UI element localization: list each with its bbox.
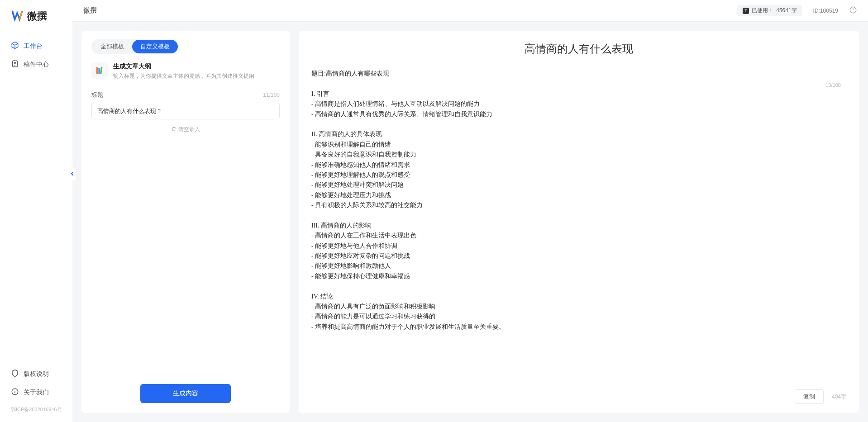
output-body[interactable]: 题目:高情商的人有哪些表现 I. 引言 - 高情商是指人们处理情绪、与他人互动以… — [311, 69, 846, 332]
clear-input-button[interactable]: 清空录入 — [91, 126, 280, 133]
trash-icon — [171, 126, 176, 133]
nav-label: 关于我们 — [24, 389, 49, 397]
nav-label: 工作台 — [24, 42, 43, 50]
shield-icon — [11, 369, 19, 379]
template-title: 生成文章大纲 — [113, 62, 254, 71]
template-desc: 输入标题，为你提供文章主体的灵感，并为其创建推文提纲 — [113, 72, 254, 80]
nav-main: 工作台 稿件中心 — [0, 37, 72, 365]
main: 微撰 T 已使用： 45641字 ID:100519 全部模板 自定义模板 — [72, 0, 868, 422]
svg-rect-3 — [96, 67, 98, 74]
icp-text: 鄂ICP备2022016946号 — [0, 406, 72, 413]
topbar: 微撰 T 已使用： 45641字 ID:100519 — [72, 0, 868, 22]
nav-bottom: 版权说明 关于我们 — [0, 365, 72, 406]
sidebar-collapse-toggle[interactable] — [69, 167, 76, 181]
usage-value: 45641字 — [776, 7, 796, 14]
tab-all-templates[interactable]: 全部模板 — [92, 40, 132, 53]
generate-button[interactable]: 生成内容 — [140, 384, 231, 403]
user-id: ID:100519 — [813, 8, 838, 14]
nav-item-drafts[interactable]: 稿件中心 — [0, 55, 72, 74]
text-icon: T — [743, 8, 749, 14]
svg-rect-5 — [100, 67, 103, 74]
field-label: 标题 — [91, 91, 103, 99]
copy-button[interactable]: 复制 — [795, 389, 824, 404]
nav-item-copyright[interactable]: 版权说明 — [0, 365, 72, 383]
template-card: 生成文章大纲 输入标题，为你提供文章主体的灵感，并为其创建推文提纲 — [91, 62, 280, 80]
page-title: 微撰 — [83, 6, 97, 15]
sidebar: 微撰 工作台 稿件中心 版权说明 关于我们 鄂ICP备2022016946号 — [0, 0, 72, 422]
char-count: 11/100 — [263, 92, 280, 98]
logo: 微撰 — [0, 9, 72, 37]
info-icon — [11, 388, 19, 397]
word-count: 404字 — [832, 393, 846, 401]
input-panel: 全部模板 自定义模板 生成文章大纲 输入标题，为你提供文章主体的灵感，并为其创建… — [81, 31, 290, 413]
logo-text: 微撰 — [27, 9, 47, 23]
nav-label: 版权说明 — [24, 370, 49, 378]
doc-icon — [11, 60, 19, 69]
title-input[interactable] — [91, 103, 280, 119]
nav-item-about[interactable]: 关于我们 — [0, 383, 72, 402]
output-footer: 复制 404字 — [795, 389, 846, 404]
books-icon — [91, 62, 108, 79]
output-panel: 高情商的人有什么表现 10/100 题目:高情商的人有哪些表现 I. 引言 - … — [299, 31, 859, 413]
tab-custom-templates[interactable]: 自定义模板 — [132, 40, 178, 53]
usage-label: 已使用： — [752, 7, 773, 14]
usage-badge[interactable]: T 已使用： 45641字 — [737, 5, 802, 16]
svg-rect-4 — [98, 68, 100, 74]
title-char-count: 10/100 — [825, 82, 841, 88]
content: 全部模板 自定义模板 生成文章大纲 输入标题，为你提供文章主体的灵感，并为其创建… — [72, 22, 868, 422]
template-tabs: 全部模板 自定义模板 — [91, 39, 179, 54]
nav-item-workbench[interactable]: 工作台 — [0, 37, 72, 55]
power-icon[interactable] — [849, 6, 857, 15]
logo-icon — [11, 9, 24, 23]
clear-label: 清空录入 — [178, 126, 200, 133]
field-label-row: 标题 11/100 — [91, 91, 280, 99]
topbar-right: T 已使用： 45641字 ID:100519 — [737, 5, 857, 16]
cube-icon — [11, 41, 19, 51]
chevron-left-icon — [70, 171, 75, 178]
nav-label: 稿件中心 — [24, 61, 49, 69]
output-title[interactable]: 高情商的人有什么表现 — [311, 42, 846, 56]
